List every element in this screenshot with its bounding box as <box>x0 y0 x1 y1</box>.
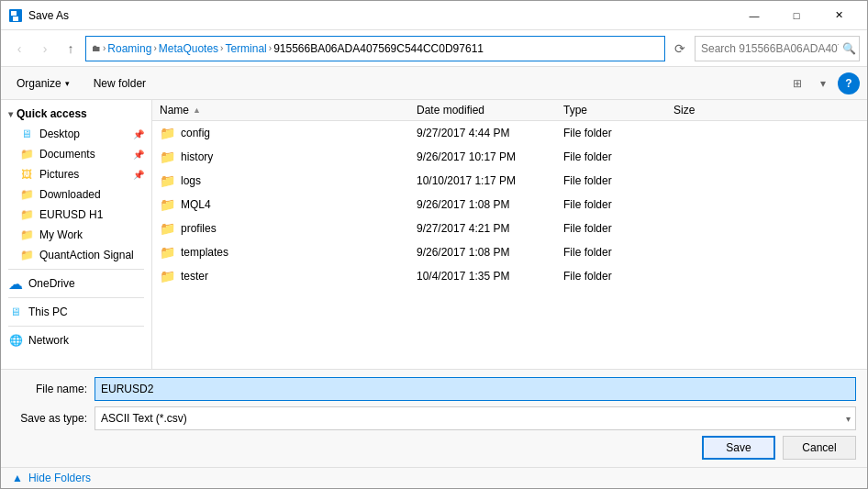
breadcrumb-sep-3: › <box>269 43 272 53</box>
toolbar: Organize ▾ New folder ⊞ ▾ ? <box>1 67 867 100</box>
thispc-label: This PC <box>28 306 68 318</box>
sidebar-item-thispc[interactable]: 🖥 This PC <box>1 302 151 322</box>
close-button[interactable]: ✕ <box>818 1 860 30</box>
file-name: templates <box>181 246 228 259</box>
folder-icon: 📁 <box>160 173 175 188</box>
sidebar-divider-2 <box>8 297 144 298</box>
file-name-cell: 📁 history <box>152 147 409 167</box>
main-content: ▾ Quick access 🖥 Desktop 📌 📁 Documents 📌… <box>1 100 867 369</box>
refresh-button[interactable]: ⟳ <box>669 38 691 60</box>
cancel-button[interactable]: Cancel <box>783 436 856 460</box>
table-row[interactable]: 📁 MQL4 9/26/2017 1:08 PM File folder <box>152 193 867 217</box>
sidebar-item-mywork[interactable]: 📁 My Work <box>1 225 151 245</box>
file-size <box>666 273 740 279</box>
documents-icon: 📁 <box>19 147 34 161</box>
desktop-label: Desktop <box>39 128 80 140</box>
file-date: 10/4/2017 1:35 PM <box>409 267 556 285</box>
maximize-button[interactable]: □ <box>775 1 818 30</box>
file-type: File folder <box>556 267 666 285</box>
breadcrumb-current: 915566BA06ADA407569C544CC0D97611 <box>273 42 484 55</box>
file-type: File folder <box>556 148 666 166</box>
file-name: config <box>181 127 210 139</box>
filetype-select[interactable]: ASCII Text (*.csv) <box>95 406 856 430</box>
file-name-cell: 📁 templates <box>152 242 409 262</box>
table-row[interactable]: 📁 templates 9/26/2017 1:08 PM File folde… <box>152 240 867 264</box>
toolbar-right: ⊞ ▾ ? <box>786 72 860 94</box>
table-row[interactable]: 📁 logs 10/10/2017 1:17 PM File folder <box>152 169 867 193</box>
sidebar-item-network[interactable]: 🌐 Network <box>1 330 151 350</box>
onedrive-icon: ☁ <box>8 276 23 291</box>
thispc-icon: 🖥 <box>8 305 23 319</box>
file-name-cell: 📁 profiles <box>152 218 409 239</box>
breadcrumb-home-icon: 🖿 <box>92 43 101 53</box>
sidebar-item-documents[interactable]: 📁 Documents 📌 <box>1 144 151 164</box>
up-button[interactable]: ↑ <box>60 38 82 60</box>
minimize-button[interactable]: — <box>733 1 775 30</box>
table-row[interactable]: 📁 tester 10/4/2017 1:35 PM File folder <box>152 264 867 288</box>
filename-input[interactable] <box>95 377 856 401</box>
onedrive-label: OneDrive <box>28 277 75 290</box>
file-name-cell: 📁 logs <box>152 171 409 191</box>
sort-arrow-icon: ▲ <box>193 106 201 115</box>
sidebar-item-onedrive[interactable]: ☁ OneDrive <box>1 273 151 294</box>
folder-icon: 📁 <box>160 150 175 164</box>
quick-access-header[interactable]: ▾ Quick access <box>1 104 151 124</box>
sidebar-item-quantaction[interactable]: 📁 QuantAction Signal <box>1 245 151 265</box>
new-folder-button[interactable]: New folder <box>85 71 154 96</box>
title-bar: Save As — □ ✕ <box>1 1 867 30</box>
breadcrumb-roaming[interactable]: Roaming <box>107 42 151 55</box>
col-header-size[interactable]: Size <box>666 100 740 120</box>
table-row[interactable]: 📁 history 9/26/2017 10:17 PM File folder <box>152 145 867 169</box>
table-row[interactable]: 📁 config 9/27/2017 4:44 PM File folder <box>152 121 867 145</box>
sidebar-item-pictures[interactable]: 🖼 Pictures 📌 <box>1 164 151 184</box>
col-header-name[interactable]: Name ▲ <box>152 100 409 120</box>
file-rows-container: 📁 config 9/27/2017 4:44 PM File folder 📁… <box>152 121 867 288</box>
downloaded-label: Downloaded <box>39 188 101 201</box>
table-row[interactable]: 📁 profiles 9/27/2017 4:21 PM File folder <box>152 217 867 240</box>
hide-folders-bar[interactable]: ▲ Hide Folders <box>1 467 867 488</box>
col-header-type[interactable]: Type <box>556 100 666 120</box>
file-list-header: Name ▲ Date modified Type Size <box>152 100 867 121</box>
filename-row: File name: <box>12 377 856 401</box>
help-button[interactable]: ? <box>838 72 860 94</box>
breadcrumb-parts: 🖿 › Roaming › MetaQuotes › Terminal › 91… <box>92 42 659 55</box>
sidebar-item-eurusd[interactable]: 📁 EURUSD H1 <box>1 205 151 225</box>
col-type-label: Type <box>563 104 587 117</box>
hide-folders-label: Hide Folders <box>28 472 91 484</box>
file-date: 9/27/2017 4:44 PM <box>409 124 556 142</box>
folder-icon: 📁 <box>160 197 175 212</box>
search-icon: 🔍 <box>842 42 856 55</box>
file-name: MQL4 <box>181 198 211 211</box>
breadcrumb-metaquotes[interactable]: MetaQuotes <box>159 42 218 55</box>
eurusd-icon: 📁 <box>19 207 34 222</box>
pictures-pin-icon: 📌 <box>133 170 144 180</box>
pictures-label: Pictures <box>39 168 79 181</box>
forward-button[interactable]: › <box>34 38 56 60</box>
window-controls: — □ ✕ <box>733 1 860 30</box>
desktop-icon: 🖥 <box>19 127 34 141</box>
file-list: Name ▲ Date modified Type Size 📁 config <box>152 100 867 369</box>
folder-icon: 📁 <box>160 126 175 140</box>
file-name-cell: 📁 tester <box>152 266 409 286</box>
view-dropdown-button[interactable]: ▾ <box>812 72 834 94</box>
breadcrumb-terminal[interactable]: Terminal <box>225 42 266 55</box>
network-icon: 🌐 <box>8 333 23 348</box>
col-size-label: Size <box>673 104 695 117</box>
organize-dropdown-icon: ▾ <box>65 79 70 88</box>
file-name: history <box>181 150 213 163</box>
quick-access-section: ▾ Quick access 🖥 Desktop 📌 📁 Documents 📌… <box>1 104 151 265</box>
organize-button[interactable]: Organize ▾ <box>8 71 78 96</box>
search-input[interactable] <box>701 42 839 55</box>
back-button[interactable]: ‹ <box>8 38 30 60</box>
address-breadcrumb[interactable]: 🖿 › Roaming › MetaQuotes › Terminal › 91… <box>85 36 665 61</box>
save-button[interactable]: Save <box>702 436 775 460</box>
file-size <box>666 226 740 231</box>
sidebar-item-downloaded[interactable]: 📁 Downloaded <box>1 184 151 205</box>
sidebar-item-desktop[interactable]: 🖥 Desktop 📌 <box>1 124 151 144</box>
mywork-icon: 📁 <box>19 228 34 242</box>
address-bar: ‹ › ↑ 🖿 › Roaming › MetaQuotes › Termina… <box>1 30 867 67</box>
view-button[interactable]: ⊞ <box>786 72 808 94</box>
file-date: 9/26/2017 1:08 PM <box>409 243 556 261</box>
file-date: 9/27/2017 4:21 PM <box>409 219 556 238</box>
col-header-date[interactable]: Date modified <box>409 100 556 120</box>
